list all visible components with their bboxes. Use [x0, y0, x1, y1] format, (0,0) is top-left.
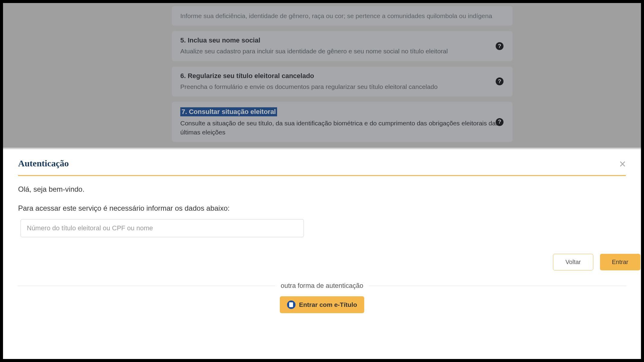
- etitulo-button[interactable]: Entrar com e-Título: [280, 296, 365, 313]
- etitulo-button-label: Entrar com e-Título: [299, 301, 357, 308]
- alt-auth-label: outra forma de autenticação: [275, 282, 369, 290]
- modal-instruction: Para acessar este serviço é necessário i…: [18, 204, 626, 212]
- alt-auth-section: outra forma de autenticação Entrar com e…: [18, 282, 626, 313]
- modal-backdrop: [3, 3, 641, 148]
- modal-header: Autenticação ×: [18, 158, 626, 176]
- button-row: Voltar Entrar: [18, 254, 626, 270]
- etitulo-icon: [287, 301, 295, 309]
- close-icon[interactable]: ×: [619, 158, 626, 170]
- back-button[interactable]: Voltar: [553, 254, 593, 270]
- identifier-input[interactable]: [21, 219, 304, 237]
- authentication-modal: Autenticação × Olá, seja bem-vindo. Para…: [3, 149, 641, 359]
- divider: outra forma de autenticação: [18, 282, 626, 290]
- modal-title: Autenticação: [18, 158, 69, 168]
- modal-greeting: Olá, seja bem-vindo.: [18, 185, 626, 194]
- enter-button[interactable]: Entrar: [600, 254, 640, 270]
